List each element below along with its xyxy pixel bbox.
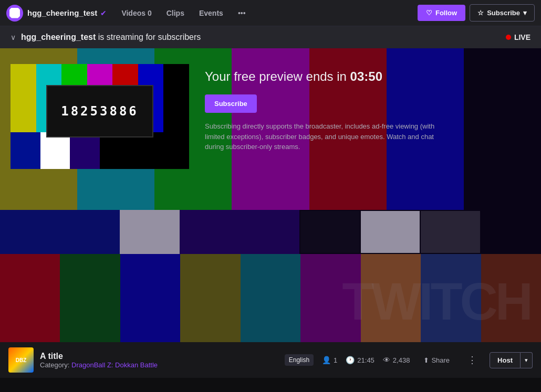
game-thumbnail: DBZ xyxy=(8,347,34,373)
share-button[interactable]: ⬆ Share xyxy=(418,353,455,367)
streaming-banner: ∨ hgg_cheering_test is streaming for sub… xyxy=(0,26,541,48)
share-icon: ⬆ xyxy=(423,356,429,364)
chevron-icon: ∨ xyxy=(11,33,16,41)
digital-display: 18253886 xyxy=(46,85,153,137)
stream-meta: English 👤 1 🕐 21:45 👁 2,438 ⬆ Share ⋮ Ho… xyxy=(285,351,533,369)
nav-more[interactable]: ••• xyxy=(232,5,252,22)
eye-icon: 👁 xyxy=(383,356,390,364)
nav-links: Videos 0 Clips Events ••• xyxy=(115,5,418,22)
preview-thumbnail: 18253886 xyxy=(11,64,189,169)
subscribe-button[interactable]: ☆ Subscribe ▾ xyxy=(470,4,535,22)
top-nav: hgg_cheering_test ✔ Videos 0 Clips Event… xyxy=(0,0,541,26)
language-badge: English xyxy=(285,354,314,366)
more-options-button[interactable]: ⋮ xyxy=(463,351,481,369)
sub-info-panel: Your free preview ends in 03:50 Subscrib… xyxy=(205,64,530,157)
channel-name-nav: hgg_cheering_test xyxy=(27,8,97,17)
viewers-item: 👁 2,438 xyxy=(383,356,410,364)
channel-logo xyxy=(6,5,23,22)
chevron-down-icon: ▾ xyxy=(523,9,527,17)
preview-timer: Your free preview ends in 03:50 xyxy=(205,69,530,84)
category-link[interactable]: DragonBall Z: Dokkan Battle xyxy=(71,361,158,369)
stream-info: A title Category: DragonBall Z: Dokkan B… xyxy=(40,352,278,369)
subscribe-big-button[interactable]: Subscribe xyxy=(205,94,257,113)
streaming-text: hgg_cheering_test is streaming for subsc… xyxy=(21,33,201,42)
person-icon: 👤 xyxy=(322,356,331,364)
verified-icon: ✔ xyxy=(100,9,107,17)
heart-icon: ♡ xyxy=(426,9,432,17)
subscriber-overlay: 18253886 Your free preview ends in 03:50… xyxy=(0,54,541,342)
sub-description: Subscribing directly supports the broadc… xyxy=(205,121,446,152)
bottom-bar: DBZ A title Category: DragonBall Z: Dokk… xyxy=(0,342,541,378)
nav-videos[interactable]: Videos 0 xyxy=(115,5,158,22)
nav-clips[interactable]: Clips xyxy=(160,5,191,22)
stream-category: Category: DragonBall Z: Dokkan Battle xyxy=(40,361,278,369)
live-badge: LIVE xyxy=(506,33,530,41)
follow-button[interactable]: ♡ Follow xyxy=(418,5,465,21)
host-button-group: Host ▾ xyxy=(490,352,533,368)
nav-actions: ♡ Follow ☆ Subscribe ▾ xyxy=(418,4,535,22)
uptime-item: 🕐 21:45 xyxy=(346,356,374,364)
viewer-count-item: 👤 1 xyxy=(322,356,337,364)
host-caret-button[interactable]: ▾ xyxy=(521,352,533,368)
clock-icon: 🕐 xyxy=(346,356,355,364)
video-container: TWITCH xyxy=(0,48,541,342)
stream-title: A title xyxy=(40,352,278,361)
live-dot xyxy=(506,35,511,40)
star-icon: ☆ xyxy=(477,9,484,17)
host-button[interactable]: Host xyxy=(490,352,521,368)
nav-events[interactable]: Events xyxy=(193,5,230,22)
test-pattern-bg: TWITCH xyxy=(0,48,541,342)
